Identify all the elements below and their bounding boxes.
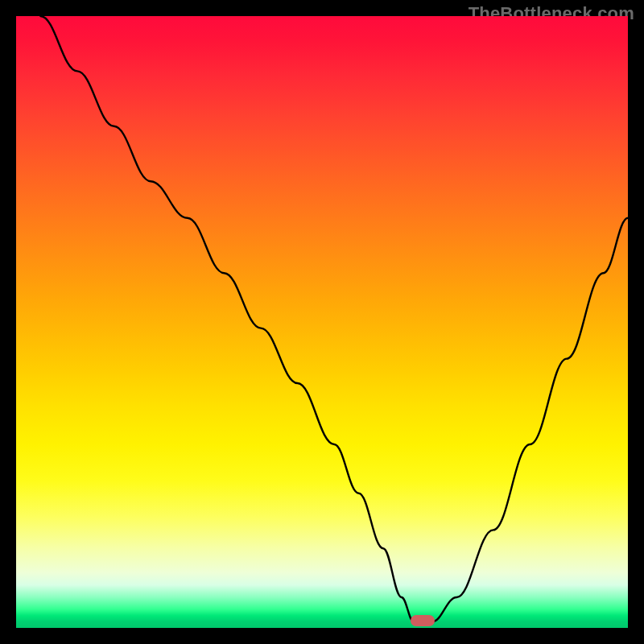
optimum-marker xyxy=(411,615,435,626)
plot-area xyxy=(16,16,628,628)
bottleneck-curve xyxy=(16,16,628,628)
chart-container: TheBottleneck.com xyxy=(0,0,644,644)
